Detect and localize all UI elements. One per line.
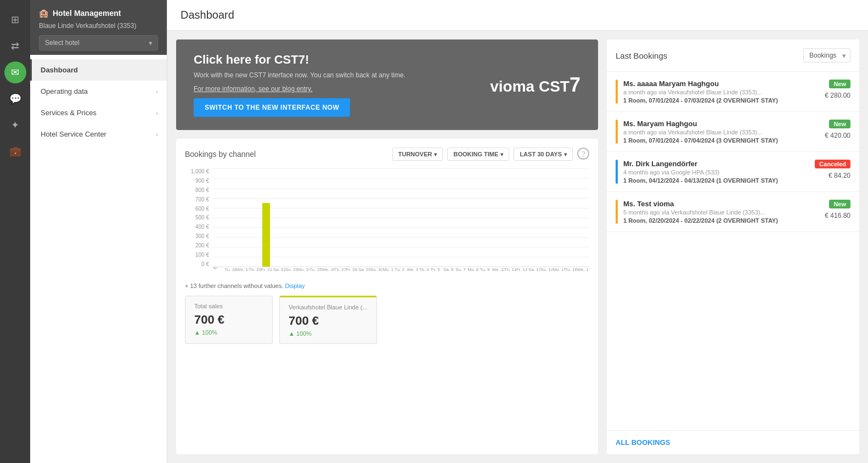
booking-detail: 1 Room, 02/20/2024 - 02/22/2024 (2 OVERN… [623, 217, 819, 224]
switch-interface-button[interactable]: SWITCH TO THE NEW INTERFACE NOW [194, 98, 350, 117]
chevron-right-icon: › [156, 88, 158, 95]
status-badge: Canceled [815, 160, 850, 168]
status-badge: New [829, 80, 850, 88]
chevron-right-icon: › [156, 110, 158, 116]
banner-content: Click here for CST7! Work with the new C… [194, 53, 405, 117]
total-sales-box: Total sales 700 € 100% [185, 296, 273, 344]
briefcase-icon[interactable]: 💼 [4, 140, 26, 162]
chevron-down-icon: ▾ [434, 151, 437, 157]
channel-sales-box: Verkaufshotel Blaue Linde (... 700 € 100… [279, 296, 377, 344]
sales-row: Total sales 700 € 100% Verkaufshotel Bla… [185, 296, 589, 344]
grid-icon[interactable]: ⊞ [4, 9, 26, 31]
banner-link[interactable]: For more information, see our blog entry… [194, 85, 313, 93]
vioma-text: vioma [490, 78, 539, 95]
chart-area: 1,000 € 900 € 800 € 700 € 600 € 500 € 40… [185, 168, 589, 278]
booking-right: New € 420.00 [825, 120, 850, 139]
channel-sales-change: 100% [289, 330, 368, 337]
hotel-name: Blaue Linde Verkaufshotel (3353) [39, 22, 158, 30]
chart-title: Bookings by channel [185, 150, 256, 159]
booking-list: Ms. aaaaa Maryam Haghgou a month ago via… [607, 72, 859, 430]
booking-guest-name: Ms. Test vioma [623, 200, 819, 208]
booking-meta: 4 months ago via Google HPA (533) [623, 169, 809, 176]
booking-item: Ms. Test vioma 5 months ago via Verkaufs… [607, 192, 859, 232]
booking-guest-name: Mr. Dirk Langendörfer [623, 160, 809, 168]
bookings-chart-section: Bookings by channel TURNOVER ▾ BOOKING T… [176, 139, 598, 454]
booking-right: New € 280.00 [825, 80, 850, 99]
booking-item: Ms. aaaaa Maryam Haghgou a month ago via… [607, 72, 859, 112]
booking-right: Canceled € 84.20 [815, 160, 850, 179]
channel-sales-label: Verkaufshotel Blaue Linde (... [289, 304, 368, 310]
main-body: Click here for CST7! Work with the new C… [167, 31, 868, 463]
left-panel: Click here for CST7! Work with the new C… [176, 39, 598, 454]
main-content: Dashboard Click here for CST7! Work with… [167, 0, 868, 463]
hotel-icon: 🏨 [39, 9, 48, 18]
chart-footer: + 13 further channels without values. Di… [185, 283, 589, 289]
message-icon[interactable]: ✉ [4, 61, 26, 83]
page-title: Dashboard [167, 0, 868, 31]
help-icon[interactable]: ? [577, 148, 589, 160]
total-sales-label: Total sales [194, 303, 263, 309]
status-bar [616, 200, 618, 224]
status-badge: New [829, 120, 850, 128]
all-bookings-link[interactable]: ALL BOOKINGS [616, 438, 670, 447]
vioma-cst7-logo: vioma CST7 [490, 74, 580, 97]
hotel-select[interactable]: Select hotel [39, 35, 158, 50]
turnover-filter-button[interactable]: TURNOVER ▾ [392, 148, 443, 161]
bookings-header: Last Bookings Bookings [607, 39, 859, 72]
chart-x-labels: Mo. 17 Jun Tu. 18 We. 19 Th. 20 Fr. 21 S… [212, 267, 589, 278]
booking-guest-name: Ms. Maryam Haghgou [623, 120, 819, 128]
booking-info: Mr. Dirk Langendörfer 4 months ago via G… [623, 160, 809, 184]
display-channels-link[interactable]: Display [285, 283, 305, 289]
date-range-filter-button[interactable]: LAST 30 DAYS ▾ [514, 148, 573, 161]
booking-item: Mr. Dirk Langendörfer 4 months ago via G… [607, 152, 859, 192]
total-sales-change: 100% [194, 329, 263, 336]
booking-info: Ms. aaaaa Maryam Haghgou a month ago via… [623, 80, 819, 104]
chevron-right-icon: › [156, 131, 158, 138]
icon-rail: ⊞ ⇄ ✉ 💬 ✦ 💼 [0, 0, 30, 463]
star-icon[interactable]: ✦ [4, 114, 26, 136]
booking-item: Ms. Maryam Haghgou a month ago via Verka… [607, 112, 859, 152]
booking-amount: € 84.20 [828, 172, 850, 179]
layers-icon[interactable]: ⇄ [4, 35, 26, 57]
sidebar-item-hotel-service-center[interactable]: Hotel Service Center › [30, 123, 167, 145]
booking-amount: € 280.00 [825, 92, 850, 99]
status-badge: New [829, 200, 850, 208]
chart-y-axis: 1,000 € 900 € 800 € 700 € 600 € 500 € 40… [185, 168, 212, 267]
chart-plot [212, 168, 589, 267]
status-bar [616, 120, 618, 144]
hotel-management-label: 🏨 Hotel Management [39, 9, 158, 18]
cst7-banner: Click here for CST7! Work with the new C… [176, 39, 598, 130]
booking-meta: a month ago via Verkaufshotel Blaue Lind… [623, 129, 819, 135]
sidebar-item-dashboard[interactable]: Dashboard [30, 59, 167, 81]
booking-amount: € 416.80 [825, 212, 850, 219]
booking-info: Ms. Test vioma 5 months ago via Verkaufs… [623, 200, 819, 224]
status-bar [616, 160, 618, 184]
sidebar-item-operating-data[interactable]: Operating data › [30, 81, 167, 102]
chat-icon[interactable]: 💬 [4, 88, 26, 110]
booking-meta: a month ago via Verkaufshotel Blaue Lind… [623, 89, 819, 95]
booking-info: Ms. Maryam Haghgou a month ago via Verka… [623, 120, 819, 144]
bookings-title: Last Bookings [616, 51, 667, 60]
chart-controls: TURNOVER ▾ BOOKING TIME ▾ LAST 30 DAYS ▾… [392, 148, 589, 161]
booking-detail: 1 Room, 07/01/2024 - 07/03/2024 (2 OVERN… [623, 97, 819, 104]
bookings-type-select[interactable]: Bookings [803, 48, 850, 63]
sidebar-item-services-prices[interactable]: Services & Prices › [30, 102, 167, 123]
all-bookings-footer: ALL BOOKINGS [607, 430, 859, 454]
booking-guest-name: Ms. aaaaa Maryam Haghgou [623, 80, 819, 88]
booking-amount: € 420.00 [825, 132, 850, 139]
status-bar [616, 80, 618, 104]
booking-meta: 5 months ago via Verkaufshotel Blaue Lin… [623, 209, 819, 216]
sidebar: 🏨 Hotel Management Blaue Linde Verkaufsh… [30, 0, 167, 463]
channel-sales-value: 700 € [289, 314, 368, 328]
chart-header: Bookings by channel TURNOVER ▾ BOOKING T… [185, 148, 589, 161]
banner-headline: Click here for CST7! [194, 53, 405, 67]
booking-detail: 1 Room, 07/01/2024 - 07/04/2024 (3 OVERN… [623, 137, 819, 144]
booking-right: New € 416.80 [825, 200, 850, 219]
sidebar-header: 🏨 Hotel Management Blaue Linde Verkaufsh… [30, 0, 167, 55]
banner-description: Work with the new CST7 interface now. Yo… [194, 71, 405, 79]
chevron-down-icon: ▾ [500, 151, 503, 157]
booking-time-filter-button[interactable]: BOOKING TIME ▾ [447, 148, 509, 161]
booking-detail: 1 Room, 04/12/2024 - 04/13/2024 (1 OVERN… [623, 177, 809, 184]
sidebar-nav: Dashboard Operating data › Services & Pr… [30, 55, 167, 463]
last-bookings-panel: Last Bookings Bookings Ms. aaaaa Maryam … [607, 39, 859, 454]
